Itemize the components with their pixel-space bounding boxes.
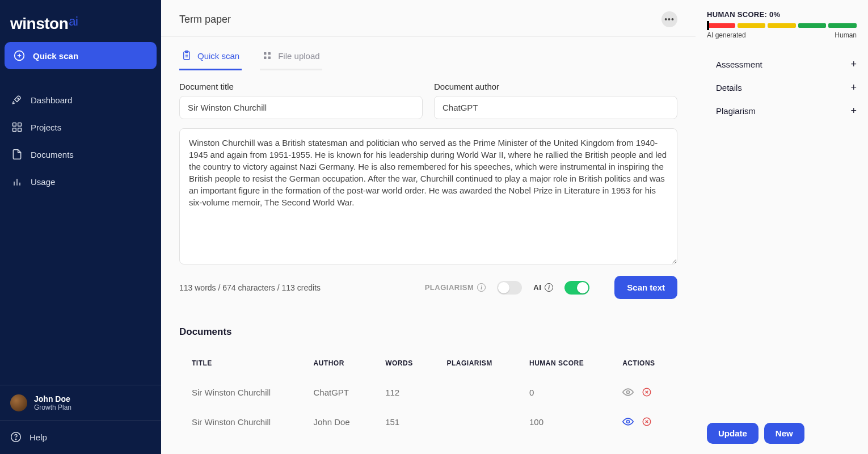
body-textarea[interactable] <box>179 128 677 264</box>
table-row[interactable]: Sir Winston ChurchillJohn Doe151100 <box>179 407 677 436</box>
nav-projects[interactable]: Projects <box>5 115 157 140</box>
user-meta: John Doe Growth Plan <box>34 394 71 411</box>
svg-rect-18 <box>268 52 271 55</box>
cell-words: 151 <box>373 407 434 436</box>
tab-file-upload[interactable]: File upload <box>260 51 322 70</box>
nav-label: Documents <box>31 150 74 159</box>
cell-author: John Doe <box>301 407 373 436</box>
svg-rect-20 <box>268 57 271 60</box>
score-seg-green <box>798 23 827 28</box>
col-plagiarism: PLAGIARISM <box>434 349 517 377</box>
acc-label: Assessment <box>716 60 762 69</box>
cell-score: 100 <box>517 407 610 436</box>
tab-quick-scan[interactable]: Quick scan <box>179 51 242 70</box>
documents-section: Documents TITLE AUTHOR WORDS PLAGIARISM … <box>161 299 696 454</box>
accordion: Assessment + Details + Plagiarism + <box>707 53 857 123</box>
cell-words: 112 <box>373 377 434 407</box>
nav: Dashboard Projects Documents Usage <box>5 87 157 194</box>
nav-documents[interactable]: Documents <box>5 142 157 167</box>
svg-point-21 <box>627 391 630 394</box>
grid-icon <box>11 121 23 133</box>
col-actions: ACTIONS <box>610 349 677 377</box>
cell-author: ChatGPT <box>301 377 373 407</box>
rocket-icon <box>11 94 23 106</box>
view-icon[interactable] <box>622 416 634 427</box>
delete-icon[interactable] <box>642 387 652 397</box>
nav-dashboard[interactable]: Dashboard <box>5 87 157 112</box>
logo-suffix: ai <box>69 14 78 28</box>
logo: winstonai <box>5 10 157 42</box>
new-button[interactable]: New <box>764 423 804 444</box>
view-icon[interactable] <box>622 386 634 398</box>
user-block[interactable]: John Doe Growth Plan <box>0 385 161 421</box>
ai-toggle[interactable] <box>564 281 589 295</box>
page-header: Term paper ••• <box>161 0 696 37</box>
delete-icon[interactable] <box>642 417 652 427</box>
chart-icon <box>11 176 23 187</box>
human-score-label: HUMAN SCORE: 0% <box>707 10 857 19</box>
author-label: Document author <box>434 82 677 91</box>
tab-label: File upload <box>278 51 319 61</box>
main: Term paper ••• Quick scan File upload Do… <box>161 0 868 454</box>
avatar <box>10 394 27 411</box>
right-panel: HUMAN SCORE: 0% AI generated Human Asses… <box>696 0 868 454</box>
sidebar-bottom: John Doe Growth Plan Help <box>0 385 161 454</box>
more-button[interactable]: ••• <box>661 11 677 27</box>
word-count: 113 words / 674 characters / 113 credits <box>179 283 321 292</box>
right-actions: Update New <box>707 423 857 444</box>
title-input[interactable] <box>179 96 423 119</box>
plus-icon: + <box>850 58 857 70</box>
svg-point-25 <box>627 421 630 423</box>
score-indicator <box>707 21 709 30</box>
tabs: Quick scan File upload <box>161 37 696 70</box>
plus-icon: + <box>850 82 857 94</box>
scan-text-button[interactable]: Scan text <box>614 276 677 299</box>
logo-text: winston <box>10 15 68 32</box>
cell-title: Sir Winston Churchill <box>179 377 301 407</box>
score-seg-yellow <box>768 23 796 28</box>
accordion-plagiarism[interactable]: Plagiarism + <box>716 99 857 123</box>
col-score: HUMAN SCORE <box>517 349 610 377</box>
author-group: Document author <box>434 82 677 119</box>
user-plan: Growth Plan <box>34 403 71 411</box>
title-group: Document title <box>179 82 423 119</box>
info-icon[interactable]: i <box>477 283 486 292</box>
help-label: Help <box>30 432 47 442</box>
textarea-wrap <box>161 119 696 267</box>
center-column: Term paper ••• Quick scan File upload Do… <box>161 0 696 454</box>
page-title: Term paper <box>179 14 231 26</box>
acc-label: Details <box>716 83 742 93</box>
plagiarism-toggle[interactable] <box>497 281 522 295</box>
accordion-details[interactable]: Details + <box>716 76 857 99</box>
svg-rect-4 <box>13 123 16 127</box>
tab-label: Quick scan <box>197 51 239 61</box>
svg-point-12 <box>15 439 16 440</box>
plagiarism-label: PLAGIARISM i <box>425 283 486 292</box>
document-icon <box>11 149 23 160</box>
author-input[interactable] <box>434 96 677 119</box>
plus-circle-icon <box>14 50 25 61</box>
nav-label: Usage <box>31 177 55 187</box>
cell-plagiarism <box>434 377 517 407</box>
svg-rect-7 <box>18 128 22 132</box>
table-row[interactable]: Sir Winston ChurchillChatGPT1120 <box>179 377 677 407</box>
plus-icon: + <box>850 105 857 117</box>
update-button[interactable]: Update <box>707 423 759 444</box>
controls-row: 113 words / 674 characters / 113 credits… <box>161 267 696 299</box>
cell-plagiarism <box>434 407 517 436</box>
help-link[interactable]: Help <box>0 421 161 454</box>
col-author: AUTHOR <box>301 349 373 377</box>
accordion-assessment[interactable]: Assessment + <box>716 53 857 76</box>
svg-point-3 <box>18 98 19 99</box>
cell-actions <box>610 377 677 407</box>
score-seg-red <box>707 23 735 28</box>
svg-rect-19 <box>264 57 267 60</box>
quick-scan-button[interactable]: Quick scan <box>5 42 157 69</box>
score-seg-yellow <box>738 23 766 28</box>
nav-label: Projects <box>31 123 61 132</box>
user-name: John Doe <box>34 394 71 403</box>
nav-usage[interactable]: Usage <box>5 169 157 194</box>
form-row: Document title Document author <box>161 70 696 119</box>
sidebar: winstonai Quick scan Dashboard Projects … <box>0 0 161 454</box>
info-icon[interactable]: i <box>545 283 553 292</box>
